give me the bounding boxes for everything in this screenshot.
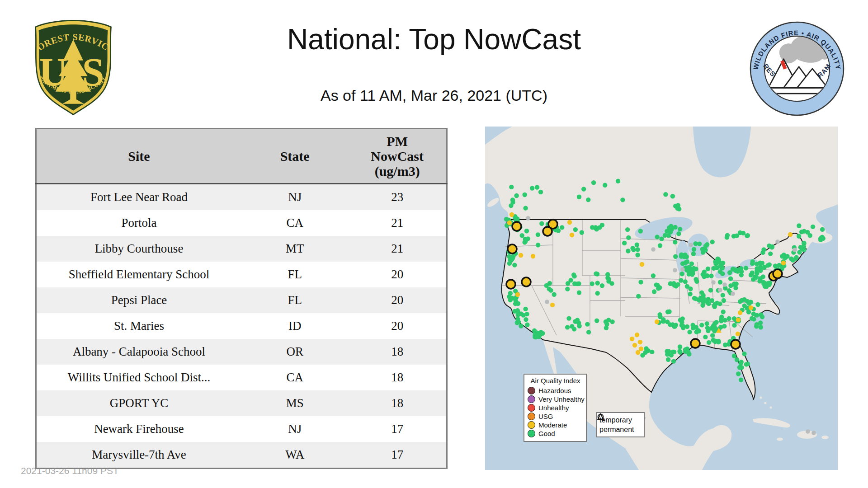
monitor-dot-good [754,275,759,279]
monitor-dot-moderate [738,310,742,315]
monitor-dot-good [523,307,528,311]
monitor-dot-good [678,344,682,349]
page-subtitle: As of 11 AM, Mar 26, 2021 (UTC) [0,87,868,104]
monitor-dot-good [687,330,692,334]
monitor-dot-good [692,296,697,300]
monitor-dot-good [668,230,673,234]
monitor-dot-good [590,282,594,286]
table-row: Willits Unified School Dist...CA18 [36,365,447,390]
monitor-dot-good [515,308,520,313]
monitor-dot-good [741,231,745,235]
monitor-dot-good [536,334,541,338]
monitor-dot-good [565,286,570,291]
monitor-dot-good [547,281,552,286]
monitor-dot-good [699,290,704,295]
monitor-dot-good [759,312,763,317]
monitor-dot-good [673,254,678,259]
monitor-dot-moderate [736,318,741,322]
monitor-dot-good [739,360,744,364]
monitor-dot-moderate [515,292,520,297]
monitor-dot-good [510,200,515,204]
monitor-dot-good [710,298,714,303]
monitor-dot-good [565,325,570,329]
monitor-dot-good [709,273,713,278]
monitor-dot-good [560,225,564,230]
top-site-marker [506,280,515,289]
top-site-marker [543,227,552,236]
monitor-dot-good [604,319,608,324]
aqi-color-dot-icon [528,430,535,437]
monitor-dot-good [678,227,682,231]
monitor-dot-nodata [722,282,727,287]
monitor-dot-good [572,274,576,278]
cell-site: Portola [36,210,242,236]
aqi-legend-label: Hazardous [538,387,571,394]
monitor-dot-good [744,266,748,270]
monitor-dot-good [686,265,690,270]
monitor-dot-good [717,260,722,264]
monitor-dot-good [685,259,689,264]
monitor-dot-good [540,331,545,336]
monitor-dot-good [702,272,707,277]
monitor-dot-good [669,281,673,286]
site-type-item: permanent [599,425,641,434]
monitor-dot-good [672,324,676,328]
table-row: Fort Lee Near RoadNJ23 [36,184,447,211]
aqi-legend-item: Moderate [528,421,583,429]
monitor-dot-good [626,249,630,253]
aqi-legend-item: Good [528,429,583,438]
monitor-dot-good [659,237,664,241]
monitor-dot-good [651,273,656,278]
monitor-dot-good [673,240,677,244]
monitor-dot-good [523,206,528,210]
monitor-dot-good [591,180,596,185]
cell-state: MS [241,390,348,416]
monitor-dot-nodata [711,280,716,285]
monitor-dot-good [625,227,630,232]
cell-site: Willits Unified School Dist... [36,365,242,390]
cell-site: Marysville-7th Ave [36,442,242,469]
monitor-dot-good [552,292,557,297]
monitor-dot-good [657,285,662,290]
monitor-dot-good [742,352,746,356]
monitor-dot-good [728,277,733,281]
monitor-dot-good [678,318,683,322]
monitor-dot-good [712,305,717,309]
table-body: Fort Lee Near RoadNJ23PortolaCA21Libby C… [36,184,447,469]
top-site-marker [512,222,521,231]
monitor-dot-good [710,239,715,244]
monitor-dot-good [745,234,749,238]
monitor-dot-good [595,281,600,285]
monitor-dot-nodata [811,431,816,435]
monitor-dot-good [573,227,578,232]
cell-value: 17 [348,442,447,469]
monitor-dot-good [693,277,698,282]
monitor-dot-good [581,187,586,191]
monitor-dot-good [586,197,590,202]
monitor-dot-good [606,277,611,281]
monitor-dot-moderate [507,221,512,225]
monitor-dot-good [685,284,689,289]
monitor-dot-nodata [689,243,693,247]
col-header-state: State [241,129,348,184]
monitor-dot-good [722,298,726,303]
monitor-dot-good [669,224,673,229]
monitor-dot-good [638,280,643,284]
col-header-site: Site [36,129,242,184]
monitor-dot-good [514,193,519,198]
monitor-dot-good [739,378,743,382]
monitor-dot-good [697,241,702,246]
monitor-dot-good [536,243,540,247]
monitor-dot-good [713,326,718,330]
monitor-dot-good [766,281,771,285]
monitor-dot-good [677,206,681,211]
monitor-dot-moderate [788,232,793,237]
table-row: Sheffield Elementary SchoolFL20 [36,262,447,287]
monitor-dot-good [767,263,772,267]
table-row: Pepsi PlaceFL20 [36,287,447,313]
monitor-dot-good [539,221,544,226]
monitor-dot-moderate [736,332,740,336]
cell-state: OR [241,339,348,365]
monitor-dot-good [677,349,682,353]
table-row: GPORT YCMS18 [36,390,447,416]
